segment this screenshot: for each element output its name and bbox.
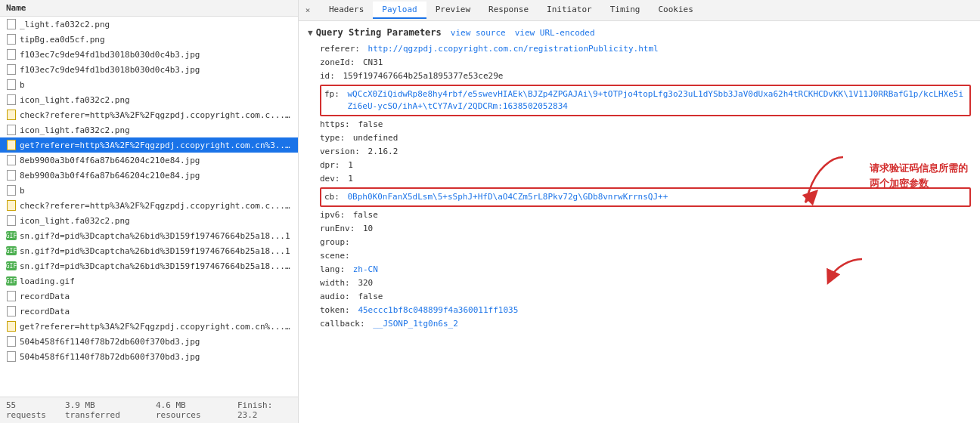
item-label: get?referer=http%3A%2F%2Fqgzpdj.ccopyrig…	[20, 140, 292, 150]
item-label: get?referer=http%3A%2F%2Fqgzpdj.ccopyrig…	[20, 322, 292, 332]
item-label: f103ec7c9de94fd1bd3018b030d0c4b3.jpg	[20, 65, 200, 75]
list-item[interactable]: GIFloading.gif	[0, 273, 298, 289]
param-value: __JSONP_1tg0n6s_2	[373, 318, 458, 330]
list-item[interactable]: 504b458f6f1140f78b72db600f370bd3.jpg	[0, 349, 298, 364]
tab-response[interactable]: Response	[479, 2, 538, 19]
list-item[interactable]: f103ec7c9de94fd1bd3018b030d0c4b3.jpg	[0, 62, 298, 77]
list-item[interactable]: 8eb9900a3b0f4f6a87b646204c210e84.jpg	[0, 168, 298, 183]
tab-cookies[interactable]: Cookies	[649, 2, 702, 19]
left-footer: 55 requests 3.9 MB transferred 4.6 MB re…	[0, 397, 298, 423]
tab-headers[interactable]: Headers	[320, 2, 373, 19]
file-icon	[6, 94, 17, 105]
item-label: loading.gif	[20, 276, 75, 286]
param-value: false	[353, 209, 378, 221]
section-toggle[interactable]: ▼	[308, 28, 313, 38]
view-source-link[interactable]: view source	[451, 28, 506, 38]
list-item[interactable]: check?referer=http%3A%2F%2Fqgzpdj.ccopyr…	[0, 198, 298, 213]
list-item[interactable]: get?referer=http%3A%2F%2Fqgzpdj.ccopyrig…	[0, 137, 298, 153]
param-key: token:	[320, 304, 350, 316]
file-icon: GIF	[6, 245, 17, 256]
item-label: sn.gif?d=pid%3Dcaptcha%26bid%3D159f19746…	[20, 261, 292, 271]
list-item[interactable]: icon_light.fa032c2.png	[0, 122, 298, 137]
list-item[interactable]: _light.fa032c2.png	[0, 17, 298, 32]
content-area: ▼ Query String Parameters view source vi…	[299, 21, 980, 423]
item-label: _light.fa032c2.png	[20, 20, 110, 29]
arrow-icon-2	[824, 255, 870, 293]
list-item[interactable]: recordData	[0, 304, 298, 319]
param-key: cb:	[324, 191, 340, 203]
tab-bar: × HeadersPayloadPreviewResponseInitiator…	[299, 0, 980, 21]
arrow-icon	[802, 153, 847, 214]
tab-timing[interactable]: Timing	[601, 2, 650, 19]
list-item[interactable]: recordData	[0, 289, 298, 304]
param-value: 1	[348, 173, 353, 185]
param-key: scene:	[320, 250, 350, 262]
tab-initiator[interactable]: Initiator	[538, 2, 601, 19]
param-value: 45eccc1bf8c048899f4a360011ff1035	[358, 304, 518, 316]
item-label: icon_light.fa032c2.png	[20, 95, 130, 105]
file-icon	[6, 64, 17, 75]
param-value: wQCcX0ZiQidwRp8e8hy4rbf/e5swevHIAEk\BJZp…	[348, 88, 967, 113]
list-item[interactable]: GIFsn.gif?d=pid%3Dcaptcha%26bid%3D159f19…	[0, 258, 298, 273]
param-row-scene: scene:	[308, 249, 971, 263]
item-label: f103ec7c9de94fd1bd3018b030d0c4b3.jpg	[20, 50, 200, 60]
item-label: icon_light.fa032c2.png	[20, 216, 130, 226]
tab-payload[interactable]: Payload	[373, 2, 426, 19]
list-item[interactable]: tipBg.ea0d5cf.png	[0, 32, 298, 47]
file-icon	[6, 170, 17, 181]
resources-size: 4.6 MB resources	[156, 400, 228, 420]
item-label: icon_light.fa032c2.png	[20, 125, 130, 135]
param-value: zh-CN	[353, 264, 378, 276]
list-item[interactable]: icon_light.fa032c2.png	[0, 213, 298, 228]
item-label: 8eb9900a3b0f4f6a87b646204c210e84.jpg	[20, 156, 200, 165]
tab-preview[interactable]: Preview	[426, 2, 479, 19]
list-item[interactable]: get?referer=http%3A%2F%2Fqgzpdj.ccopyrig…	[0, 319, 298, 334]
list-item[interactable]: 504b458f6f1140f78b72db600f370bd3.jpg	[0, 334, 298, 349]
param-row-type: type: undefined	[308, 131, 971, 145]
left-panel: Name _light.fa032c2.pngtipBg.ea0d5cf.png…	[0, 0, 299, 423]
param-row-ipv6: ipv6: false	[308, 208, 971, 222]
file-icon	[6, 351, 17, 362]
list-item[interactable]: 8eb9900a3b0f4f6a87b646204c210e84.jpg	[0, 153, 298, 168]
file-icon	[6, 200, 17, 211]
param-value: undefined	[353, 132, 399, 144]
file-icon: GIF	[6, 261, 17, 271]
param-row-audio: audio: false	[308, 290, 971, 304]
param-key: referer:	[320, 43, 360, 55]
param-row-https: https: false	[308, 118, 971, 131]
param-value: 2.16.2	[368, 146, 399, 158]
file-icon	[6, 79, 17, 90]
list-item[interactable]: f103ec7c9de94fd1bd3018b030d0c4b3.jpg	[0, 47, 298, 62]
list-item[interactable]: icon_light.fa032c2.png	[0, 92, 298, 107]
finish-time: Finish: 23.2	[237, 400, 292, 420]
list-item[interactable]: b	[0, 183, 298, 198]
param-key: width:	[320, 277, 350, 289]
param-row-id: id: 159f197467664b25a1895377e53ce29e	[308, 69, 971, 83]
transferred-size: 3.9 MB transferred	[65, 400, 147, 420]
list-item[interactable]: GIFsn.gif?d=pid%3Dcaptcha%26bid%3D159f19…	[0, 228, 298, 243]
list-item[interactable]: GIFsn.gif?d=pid%3Dcaptcha%26bid%3D159f19…	[0, 243, 298, 258]
list-item[interactable]: b	[0, 77, 298, 92]
param-key: https:	[320, 119, 350, 131]
param-key: zoneId:	[320, 57, 355, 69]
right-panel: × HeadersPayloadPreviewResponseInitiator…	[299, 0, 980, 423]
param-value: 320	[358, 277, 373, 289]
annotation-text: 请求验证码信息所需的两个加密参数	[870, 161, 968, 190]
param-key: runEnv:	[320, 223, 355, 235]
param-key: lang:	[320, 264, 345, 276]
close-button[interactable]: ×	[302, 5, 314, 17]
section-header: ▼ Query String Parameters view source vi…	[308, 27, 971, 38]
param-key: type:	[320, 132, 345, 144]
file-icon	[6, 19, 17, 29]
file-icon: GIF	[6, 276, 17, 286]
view-url-encoded-link[interactable]: view URL-encoded	[515, 28, 595, 38]
item-label: 8eb9900a3b0f4f6a87b646204c210e84.jpg	[20, 171, 200, 181]
item-label: b	[20, 80, 25, 90]
file-icon	[6, 321, 17, 332]
file-icon: GIF	[6, 230, 17, 241]
file-list: _light.fa032c2.pngtipBg.ea0d5cf.pngf103e…	[0, 17, 298, 397]
file-icon	[6, 125, 17, 135]
param-value: http://qgzpdj.ccopyright.com.cn/registra…	[368, 43, 659, 55]
list-item[interactable]: check?referer=http%3A%2F%2Fqgzpdj.ccopyr…	[0, 107, 298, 122]
param-value: false	[358, 291, 383, 303]
